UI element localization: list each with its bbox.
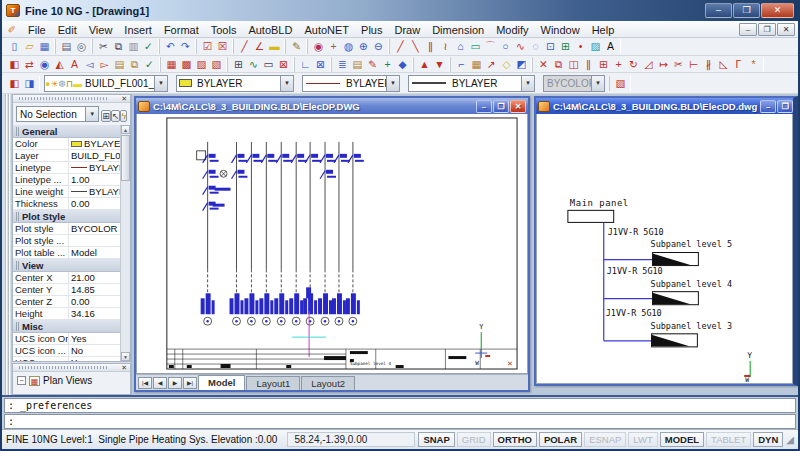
property-row-color[interactable]: Color BYLAYER bbox=[13, 138, 120, 150]
layer-freeze-icon[interactable]: ❆ bbox=[59, 79, 67, 89]
object-layer-icon[interactable]: ▧ bbox=[613, 76, 628, 91]
area-icon[interactable]: ▬ bbox=[267, 39, 282, 54]
explode-icon[interactable]: * bbox=[746, 57, 761, 72]
multiline-icon[interactable]: ∥ bbox=[423, 39, 438, 54]
wipeout-icon[interactable]: ◇ bbox=[499, 57, 514, 72]
level-down-icon[interactable]: ▼ bbox=[432, 57, 447, 72]
tab-layout1[interactable]: Layout1 bbox=[246, 376, 300, 390]
dock-grip[interactable] bbox=[2, 94, 12, 395]
zoom-in-icon[interactable]: ⊕ bbox=[356, 39, 371, 54]
chevron-down-icon[interactable]: ▼ bbox=[521, 76, 534, 91]
menu-item-plus[interactable]: Plus bbox=[355, 23, 388, 37]
text-icon[interactable]: A bbox=[603, 39, 618, 54]
copy-drawing-icon[interactable]: ⧉ bbox=[127, 57, 142, 72]
redo-icon[interactable]: ↷ bbox=[178, 39, 193, 54]
property-row-plot-table[interactable]: Plot table ... Model bbox=[13, 247, 120, 259]
toggle-ortho[interactable]: ORTHO bbox=[493, 432, 537, 447]
menu-item-insert[interactable]: Insert bbox=[118, 23, 158, 37]
print-icon[interactable]: ▤ bbox=[59, 39, 74, 54]
hatch-edit-icon[interactable]: ▩ bbox=[179, 57, 194, 72]
drawing-canvas-elecdp[interactable]: Subpanel level 4 Y W ✕ bbox=[136, 114, 528, 374]
plan-view-icon[interactable]: ◧ bbox=[7, 76, 22, 91]
property-row-center-x[interactable]: Center X 21.00 bbox=[13, 272, 120, 284]
property-row-height[interactable]: Height 34.16 bbox=[13, 308, 120, 320]
selection-combo[interactable]: No Selection ▼ bbox=[16, 106, 99, 122]
maximize-button[interactable]: ❒ bbox=[733, 3, 760, 18]
zoom-out-icon[interactable]: ⊖ bbox=[371, 39, 386, 54]
level-up-icon[interactable]: ▲ bbox=[417, 57, 432, 72]
minimize-button[interactable]: – bbox=[760, 100, 776, 113]
prev-tab-button[interactable]: ◀ bbox=[153, 377, 167, 389]
toggle-model[interactable]: MODEL bbox=[660, 432, 704, 447]
toggle-snap[interactable]: SNAP bbox=[418, 432, 454, 447]
property-row-linetype-scale[interactable]: Linetype ... 1.00 bbox=[13, 174, 120, 186]
linetype-combo[interactable]: BYLAYER ▼ bbox=[302, 75, 400, 92]
ucs-axes-icon[interactable]: ∟ bbox=[298, 57, 313, 72]
property-row-center-z[interactable]: Center Z 0.00 bbox=[13, 296, 120, 308]
menu-item-draw[interactable]: Draw bbox=[388, 23, 426, 37]
cut-icon[interactable]: ✂ bbox=[96, 39, 111, 54]
stretch-icon[interactable]: ↦ bbox=[656, 57, 671, 72]
insert-block-icon[interactable]: ⊡ bbox=[543, 39, 558, 54]
lineweight-combo[interactable]: BYLAYER ▼ bbox=[408, 75, 535, 92]
property-row-lineweight[interactable]: Line weight BYLAYER bbox=[13, 186, 120, 198]
table-icon[interactable]: ▦ bbox=[469, 57, 484, 72]
toggle-grid[interactable]: GRID bbox=[457, 432, 491, 447]
layer-states-icon[interactable]: ◆ bbox=[395, 57, 410, 72]
drawing-canvas-elecdd[interactable]: Main panel J1VV-R 5G10 Subpanel level 5 … bbox=[536, 114, 793, 384]
circle-icon[interactable]: ○ bbox=[498, 39, 513, 54]
close-button[interactable]: ✕ bbox=[761, 3, 794, 18]
extend-icon[interactable]: ⊢ bbox=[686, 57, 701, 72]
resize-grip-icon[interactable]: ◢ bbox=[786, 434, 794, 445]
viewport-close-icon[interactable]: ⊠ bbox=[276, 57, 291, 72]
break-icon[interactable]: ∦ bbox=[701, 57, 716, 72]
property-row-center-y[interactable]: Center Y 14.85 bbox=[13, 284, 120, 296]
pick-object-button[interactable]: ↖ bbox=[111, 110, 121, 122]
rectangle-icon[interactable]: ▭ bbox=[468, 39, 483, 54]
minimize-button[interactable]: – bbox=[476, 100, 492, 113]
toggle-value-button[interactable]: ⊞ bbox=[101, 110, 111, 122]
palette-grip[interactable] bbox=[19, 97, 107, 100]
menu-item-autobld[interactable]: AutoBLD bbox=[242, 23, 298, 37]
section-view[interactable]: View bbox=[13, 259, 120, 272]
palette-close-icon[interactable]: ✕ bbox=[121, 95, 130, 103]
zoom-realtime-icon[interactable]: ◉ bbox=[311, 39, 326, 54]
hatch-region-icon[interactable]: ▨ bbox=[194, 57, 209, 72]
undo-icon[interactable]: ↶ bbox=[163, 39, 178, 54]
ucs-dialog-icon[interactable]: ⊠ bbox=[313, 57, 328, 72]
paste-icon[interactable]: ▥ bbox=[126, 39, 141, 54]
mdi-minimize-button[interactable]: – bbox=[739, 23, 757, 36]
first-tab-button[interactable]: |◀ bbox=[138, 377, 152, 389]
chevron-down-icon[interactable]: ▼ bbox=[386, 76, 399, 91]
property-row-thickness[interactable]: Thickness 0.00 bbox=[13, 198, 120, 210]
maximize-button[interactable]: ❒ bbox=[493, 100, 509, 113]
next-tab-button[interactable]: ▶ bbox=[168, 377, 182, 389]
plan-views-item[interactable]: − ▦ Plan Views bbox=[13, 372, 130, 389]
minimize-button[interactable]: – bbox=[705, 3, 732, 18]
toggle-tablet[interactable]: TABLET bbox=[706, 432, 751, 447]
close-button[interactable]: ✕ bbox=[510, 100, 526, 113]
property-row-plot-style-table[interactable]: Plot style ... bbox=[13, 235, 120, 247]
menu-item-format[interactable]: Format bbox=[158, 23, 205, 37]
check-drawing-icon[interactable]: ✓ bbox=[142, 57, 157, 72]
menu-item-help[interactable]: Help bbox=[586, 23, 621, 37]
polyline-icon[interactable]: ≀ bbox=[438, 39, 453, 54]
dim-style-icon[interactable]: ⌐ bbox=[454, 57, 469, 72]
erase-icon[interactable]: ✕ bbox=[536, 57, 551, 72]
point-icon[interactable]: • bbox=[573, 39, 588, 54]
match-properties-icon[interactable]: ✓ bbox=[141, 39, 156, 54]
mirror-icon[interactable]: ◫ bbox=[566, 57, 581, 72]
menu-item-view[interactable]: View bbox=[83, 23, 119, 37]
command-input-line[interactable]: : bbox=[4, 414, 796, 429]
copy-clip-icon[interactable]: ⧉ bbox=[111, 39, 126, 54]
menu-item-edit[interactable]: Edit bbox=[52, 23, 83, 37]
property-row-linetype[interactable]: Linetype BYLAYER bbox=[13, 162, 120, 174]
array-icon[interactable]: ⊞ bbox=[596, 57, 611, 72]
match-layer-icon[interactable]: + bbox=[380, 57, 395, 72]
zoom-drawing-icon[interactable]: ◉ bbox=[37, 57, 52, 72]
construction-line-icon[interactable]: ╲ bbox=[408, 39, 423, 54]
scrollbar-thumb[interactable] bbox=[121, 135, 130, 181]
layer-sun-icon[interactable]: ☀ bbox=[50, 79, 58, 89]
text-annotate-icon[interactable]: A bbox=[67, 57, 82, 72]
sketch-icon[interactable]: ✎ bbox=[289, 39, 304, 54]
